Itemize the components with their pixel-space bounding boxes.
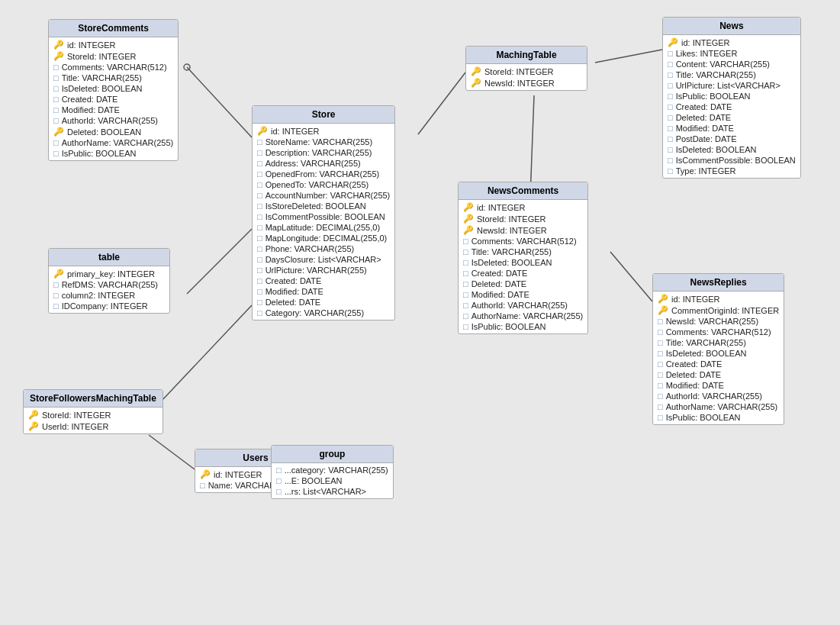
table-field: □column2: INTEGER [49,290,169,301]
field-label: ...rs: List<VARCHAR> [285,487,366,496]
table-field: □MapLatitude: DECIMAL(255,0) [253,222,394,233]
table-newsComments: NewsComments🔑id: INTEGER🔑StoreId: INTEGE… [458,182,588,334]
table-field: □Title: VARCHAR(255) [653,337,784,348]
column-icon: □ [257,244,262,253]
table-field: 🔑NewsId: INTEGER [459,224,587,236]
field-label: AccountNumber: VARCHAR(255) [266,191,391,200]
foreign-key-icon: 🔑 [53,51,64,61]
field-label: Description: VARCHAR(255) [266,148,372,157]
field-label: NewsId: VARCHAR(255) [666,317,758,326]
table-field: 🔑id: INTEGER [253,125,394,137]
column-icon: □ [658,317,663,326]
field-label: Address: VARCHAR(255) [266,159,361,168]
column-icon: □ [668,60,673,69]
field-label: Created: DATE [62,95,118,104]
table-field: □Comments: VARCHAR(512) [459,236,587,246]
table-storeComments: StoreComments🔑id: INTEGER🔑StoreId: INTEG… [48,19,179,161]
table-machingTable: MachingTable🔑StoreId: INTEGER🔑NewsId: IN… [465,46,587,91]
table-header-news: News [663,18,800,35]
field-label: IsCommentPossible: BOOLEAN [266,212,385,221]
field-label: Comments: VARCHAR(512) [666,327,771,337]
column-icon: □ [668,102,673,111]
field-label: ...category: VARCHAR(255) [285,466,388,475]
table-field: □Comments: VARCHAR(512) [49,62,178,72]
table-field: □Modified: DATE [459,289,587,300]
field-label: PostDate: DATE [676,134,737,143]
field-label: NewsId: INTEGER [484,79,555,88]
diagram-canvas: StoreComments🔑id: INTEGER🔑StoreId: INTEG… [0,0,840,625]
field-label: RefDMS: VARCHAR(255) [62,280,158,289]
table-newsReplies: NewsReplies🔑id: INTEGER🔑CommentOriginId:… [652,273,784,425]
table-news: News🔑id: INTEGER□Likes: INTEGER□Content:… [662,17,801,179]
field-label: Title: VARCHAR(255) [62,73,142,82]
primary-key-icon: 🔑 [53,269,64,279]
field-label: Modified: DATE [666,381,724,390]
column-icon: □ [658,381,663,390]
table-field: 🔑id: INTEGER [459,201,587,213]
table-field: 🔑StoreId: INTEGER [49,50,178,62]
column-icon: □ [257,266,262,275]
column-icon: □ [53,105,59,114]
primary-key-icon: 🔑 [53,40,64,50]
column-icon: □ [53,95,59,104]
foreign-key-icon: 🔑 [53,127,64,137]
column-icon: □ [668,124,673,133]
field-label: primary_key: INTEGER [67,269,155,279]
field-label: Phone: VARCHAR(255) [266,244,355,253]
column-icon: □ [276,487,282,496]
field-label: Comments: VARCHAR(512) [62,63,167,72]
table-field: □Likes: INTEGER [663,48,800,59]
primary-key-icon: 🔑 [658,294,668,304]
column-icon: □ [658,349,663,358]
table-field: □Deleted: DATE [653,369,784,380]
table-field: □Description: VARCHAR(255) [253,147,394,158]
field-label: AuthorId: VARCHAR(255) [62,116,158,125]
table-field: □Comments: VARCHAR(512) [653,327,784,337]
svg-line-4 [595,50,662,63]
table-field: □Modified: DATE [49,105,178,115]
field-label: Type: INTEGER [676,166,736,176]
table-field: □AuthorId: VARCHAR(255) [459,300,587,311]
field-label: Title: VARCHAR(255) [666,338,746,347]
field-label: AuthorName: VARCHAR(255) [62,138,174,147]
table-field: □IsPublic: BOOLEAN [459,321,587,332]
column-icon: □ [658,359,663,369]
table-field: □IsPublic: BOOLEAN [49,148,178,159]
table-field: □Modified: DATE [663,123,800,134]
field-label: MapLongitude: DECIMAL(255,0) [266,234,388,243]
field-label: Created: DATE [666,359,723,369]
field-label: MapLatitude: DECIMAL(255,0) [266,223,380,232]
table-field: 🔑id: INTEGER [663,37,800,48]
field-label: IsPublic: BOOLEAN [666,413,741,422]
primary-key-icon: 🔑 [257,126,268,136]
foreign-key-icon: 🔑 [658,305,668,315]
field-label: Modified: DATE [266,287,323,296]
column-icon: □ [53,301,59,311]
field-label: id: INTEGER [477,203,526,212]
primary-key-icon: 🔑 [200,469,211,479]
svg-point-1 [184,64,190,70]
table-field: 🔑primary_key: INTEGER [49,268,169,279]
primary-key-icon: 🔑 [463,202,474,212]
table-field: □Deleted: DATE [459,279,587,289]
field-label: Comments: VARCHAR(512) [471,237,577,246]
column-icon: □ [257,212,262,221]
foreign-key-icon: 🔑 [471,78,481,88]
column-icon: □ [463,322,468,331]
field-label: Modified: DATE [676,124,734,133]
table-field: □Created: DATE [653,359,784,369]
field-label: Created: DATE [266,276,322,285]
field-label: AuthorId: VARCHAR(255) [666,391,762,401]
field-label: Deleted: DATE [676,113,732,122]
table-field: □AuthorName: VARCHAR(255) [653,401,784,412]
svg-line-6 [610,252,652,301]
field-label: id: INTEGER [671,295,720,304]
column-icon: □ [257,234,262,243]
field-label: Modified: DATE [471,290,529,299]
field-label: OpenedFrom: VARCHAR(255) [266,169,380,179]
table-field: □OpenedFrom: VARCHAR(255) [253,169,394,179]
column-icon: □ [53,138,59,147]
primary-key-icon: 🔑 [668,37,678,47]
field-label: Deleted: DATE [666,370,722,379]
table-field: □Type: INTEGER [663,166,800,176]
